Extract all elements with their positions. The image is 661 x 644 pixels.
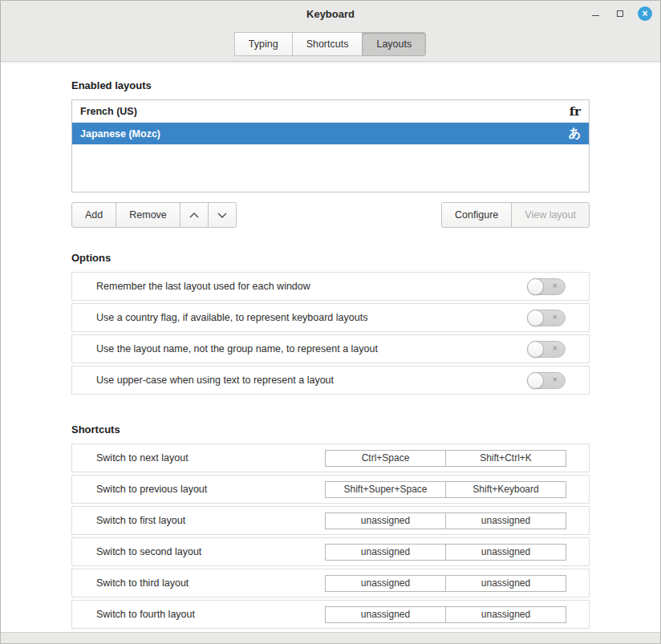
shortcuts-heading: Shortcuts: [71, 423, 590, 435]
maximize-button[interactable]: [613, 6, 627, 21]
tab-label: Typing: [249, 38, 278, 50]
move-layout-up-button[interactable]: [180, 202, 209, 228]
shortcut-label: Switch to first layout: [96, 515, 185, 526]
toggle-knob: [527, 278, 544, 295]
view-layout-button[interactable]: View layout: [511, 202, 590, 228]
close-icon: ×: [642, 9, 647, 18]
keyboard-settings-window: Keyboard × Typing Shortcuts: [0, 0, 661, 644]
shortcut-row: Switch to second layout unassigned unass…: [71, 537, 590, 566]
maximize-icon: [617, 10, 623, 17]
shortcut-label: Switch to third layout: [96, 577, 189, 589]
layout-list-actions: Add Remove Configure View layout: [71, 202, 590, 228]
option-label: Use upper-case when using text to repres…: [96, 375, 334, 386]
option-label: Remember the last layout used for each w…: [96, 281, 310, 292]
shortcut-binding-primary[interactable]: Shift+Super+Space: [325, 481, 446, 498]
shortcut-label: Switch to second layout: [96, 546, 201, 557]
shortcut-bindings: unassigned unassigned: [325, 512, 566, 529]
layout-name: Japanese (Mozc): [80, 128, 160, 140]
layout-indicator-badge: あ: [569, 126, 581, 141]
tab[interactable]: Layouts: [362, 32, 426, 56]
chevron-down-icon: [217, 213, 227, 218]
toggle-switch[interactable]: ×: [527, 341, 566, 358]
minimize-icon: [592, 15, 599, 17]
option-label: Use the layout name, not the group name,…: [96, 343, 378, 354]
layout-view-buttons: Configure View layout: [441, 202, 590, 228]
shortcut-binding-primary[interactable]: unassigned: [325, 606, 446, 623]
minimize-button[interactable]: [588, 6, 602, 21]
toggle-off-icon: ×: [553, 281, 558, 290]
option-row: Remember the last layout used for each w…: [71, 272, 590, 301]
view-layout-button-label: View layout: [525, 209, 576, 221]
enabled-layouts-list: French (US) fr Japanese (Mozc) あ: [71, 99, 590, 192]
shortcut-row: Switch to next layout Ctrl+Space Shift+C…: [71, 444, 590, 472]
toggle-switch[interactable]: ×: [527, 278, 566, 295]
layout-list-item[interactable]: French (US) fr: [72, 100, 589, 123]
toggle-switch[interactable]: ×: [527, 310, 566, 326]
configure-button-label: Configure: [455, 209, 498, 221]
enabled-layouts-heading: Enabled layouts: [71, 79, 590, 91]
option-row: Use upper-case when using text to repres…: [71, 366, 590, 395]
shortcut-bindings: unassigned unassigned: [325, 544, 566, 561]
shortcut-binding-secondary[interactable]: unassigned: [445, 606, 566, 623]
shortcut-binding-secondary[interactable]: unassigned: [445, 575, 566, 592]
move-layout-down-button[interactable]: [208, 202, 237, 228]
toggle-switch[interactable]: ×: [527, 372, 566, 389]
options-list: Remember the last layout used for each w…: [71, 272, 590, 395]
option-row: Use the layout name, not the group name,…: [71, 334, 590, 363]
option-row: Use a country flag, if available, to rep…: [71, 303, 590, 332]
window-title: Keyboard: [306, 8, 355, 20]
toggle-knob: [527, 310, 544, 326]
shortcut-bindings: Shift+Super+Space Shift+Keyboard: [325, 481, 566, 498]
close-button[interactable]: ×: [638, 6, 652, 21]
shortcut-binding-primary[interactable]: unassigned: [325, 575, 446, 592]
remove-layout-button[interactable]: Remove: [116, 202, 180, 228]
shortcut-bindings: Ctrl+Space Shift+Ctrl+K: [325, 450, 566, 467]
chevron-up-icon: [189, 213, 199, 218]
shortcut-binding-secondary[interactable]: unassigned: [445, 544, 566, 561]
shortcut-row: Switch to previous layout Shift+Super+Sp…: [71, 475, 590, 504]
toggle-off-icon: ×: [553, 375, 558, 384]
shortcut-bindings: unassigned unassigned: [325, 575, 566, 592]
shortcut-row: Switch to third layout unassigned unassi…: [71, 569, 590, 597]
shortcut-binding-primary[interactable]: Ctrl+Space: [325, 450, 446, 467]
window-bottom-edge: [1, 632, 660, 643]
tab-label: Shortcuts: [306, 38, 349, 50]
shortcut-binding-secondary[interactable]: Shift+Keyboard: [445, 481, 566, 498]
shortcut-row: Switch to fourth layout unassigned unass…: [71, 600, 590, 629]
shortcuts-list: Switch to next layout Ctrl+Space Shift+C…: [71, 444, 590, 629]
remove-button-label: Remove: [129, 209, 167, 221]
window-header: Keyboard × Typing Shortcuts: [1, 1, 660, 62]
shortcut-bindings: unassigned unassigned: [325, 606, 566, 623]
tab-bar: Typing Shortcuts Layouts: [1, 26, 660, 61]
window-controls: ×: [588, 1, 652, 26]
configure-button[interactable]: Configure: [441, 202, 512, 228]
shortcut-binding-primary[interactable]: unassigned: [325, 512, 446, 529]
shortcut-binding-primary[interactable]: unassigned: [325, 544, 446, 561]
titlebar[interactable]: Keyboard ×: [1, 1, 660, 26]
toggle-off-icon: ×: [553, 313, 558, 322]
add-layout-button[interactable]: Add: [71, 202, 116, 228]
layouts-page: Enabled layouts French (US) fr Japanese …: [1, 62, 660, 632]
shortcut-binding-secondary[interactable]: unassigned: [445, 512, 566, 529]
add-button-label: Add: [85, 209, 103, 221]
shortcut-binding-secondary[interactable]: Shift+Ctrl+K: [445, 450, 566, 467]
tab[interactable]: Typing: [234, 32, 293, 56]
layout-list-item[interactable]: Japanese (Mozc) あ: [72, 123, 589, 144]
tab[interactable]: Shortcuts: [292, 32, 363, 56]
toggle-off-icon: ×: [553, 344, 558, 353]
layout-indicator-badge: fr: [570, 104, 581, 119]
shortcut-label: Switch to next layout: [96, 452, 189, 464]
options-heading: Options: [71, 252, 590, 264]
tab-group: Typing Shortcuts Layouts: [235, 32, 426, 56]
shortcut-row: Switch to first layout unassigned unassi…: [71, 506, 590, 535]
tab-label: Layouts: [376, 38, 412, 50]
shortcut-label: Switch to previous layout: [96, 484, 207, 495]
toggle-knob: [527, 372, 544, 389]
toggle-knob: [527, 341, 544, 358]
layout-edit-buttons: Add Remove: [71, 202, 237, 228]
layout-name: French (US): [80, 106, 137, 117]
option-label: Use a country flag, if available, to rep…: [96, 312, 367, 323]
shortcut-label: Switch to fourth layout: [96, 609, 195, 620]
